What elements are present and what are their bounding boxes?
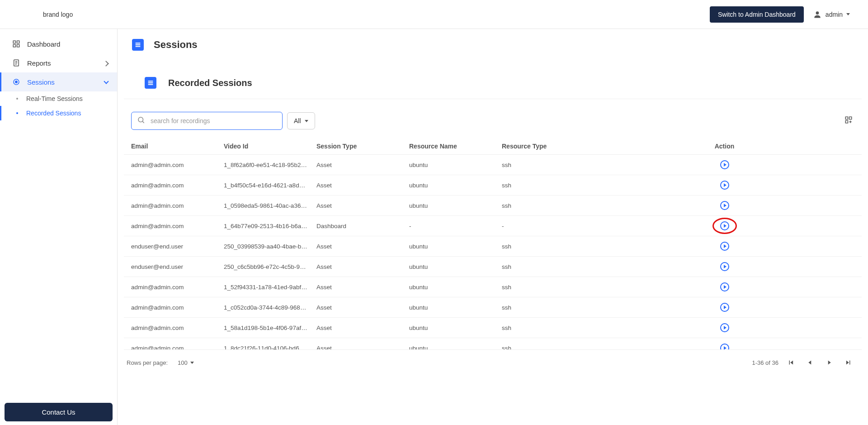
- cell-video-id: 250_03998539-aa40-4bae-bacf-...: [224, 243, 316, 250]
- cell-email: admin@admin.com: [131, 202, 224, 209]
- cell-resource-name: ubuntu: [409, 182, 502, 189]
- th-resource-name: Resource Name: [409, 143, 502, 150]
- cell-resource-name: ubuntu: [409, 325, 502, 331]
- sessions-table: Email Video Id Session Type Resource Nam…: [124, 138, 862, 349]
- cell-session-type: Asset: [316, 284, 409, 291]
- topbar-right: Switch to Admin Dashboard admin: [710, 6, 850, 23]
- cell-email: admin@admin.com: [131, 304, 224, 311]
- main-content: Sessions Recorded Sessions: [118, 29, 868, 425]
- cell-resource-type: ssh: [502, 243, 594, 250]
- cell-video-id: 1_58a1d198-5b1e-4f06-97af-8843...: [224, 325, 316, 331]
- recorded-sessions-card: Recorded Sessions All: [124, 67, 862, 372]
- sidebar-item-sessions[interactable]: Sessions: [0, 72, 117, 91]
- section-header: Recorded Sessions: [124, 67, 862, 99]
- table-row: admin@admin.com1_b4f50c54-e16d-4621-a8d2…: [124, 175, 862, 196]
- cell-session-type: Asset: [316, 263, 409, 270]
- grid-view-button[interactable]: [843, 114, 854, 128]
- table-row: enduser@end.user250_c6c5bb96-e72c-4c5b-9…: [124, 257, 862, 277]
- play-button[interactable]: [720, 201, 729, 210]
- table-header: Email Video Id Session Type Resource Nam…: [124, 138, 862, 155]
- cell-email: admin@admin.com: [131, 325, 224, 331]
- caret-down-icon: [190, 362, 194, 364]
- sidebar-item-reports[interactable]: Reports: [0, 53, 117, 72]
- table-row: admin@admin.com1_58a1d198-5b1e-4f06-97af…: [124, 318, 862, 338]
- grid-icon: [12, 40, 21, 48]
- cell-video-id: 1_52f94331-1a78-41ed-9abf-2aa18...: [224, 284, 316, 291]
- rows-per-page-select[interactable]: 100: [174, 359, 194, 366]
- filter-dropdown[interactable]: All: [287, 112, 315, 129]
- cell-resource-type: ssh: [502, 284, 594, 291]
- cell-resource-type: ssh: [502, 162, 594, 168]
- cell-action: [594, 303, 854, 312]
- play-button[interactable]: [720, 221, 729, 230]
- play-button[interactable]: [720, 344, 729, 349]
- contact-us-button[interactable]: Contact Us: [5, 403, 113, 421]
- pagination-last-button[interactable]: [842, 356, 854, 369]
- play-button[interactable]: [720, 160, 729, 169]
- cell-email: admin@admin.com: [131, 162, 224, 168]
- cell-video-id: 1_c052cd0a-3744-4c89-9681-db...: [224, 304, 316, 311]
- search-box[interactable]: [131, 112, 283, 130]
- cell-action: [594, 282, 854, 291]
- pagination-first-button[interactable]: [785, 356, 797, 369]
- pagination-next-button[interactable]: [823, 356, 835, 369]
- cell-session-type: Asset: [316, 243, 409, 250]
- cell-video-id: 1_b4f50c54-e16d-4621-a8d2-585...: [224, 182, 316, 189]
- cell-video-id: 1_64b77e09-2513-4b16-b6ac-ede...: [224, 223, 316, 229]
- play-button[interactable]: [720, 282, 729, 291]
- sidebar-subitem-realtime[interactable]: Real-Time Sessions: [0, 91, 117, 106]
- th-email: Email: [131, 143, 224, 150]
- chevron-right-icon: [104, 59, 108, 67]
- play-button[interactable]: [720, 303, 729, 312]
- document-icon: [12, 59, 21, 67]
- play-button[interactable]: [720, 262, 729, 271]
- play-button[interactable]: [720, 181, 729, 190]
- table-row: admin@admin.com1_64b77e09-2513-4b16-b6ac…: [124, 216, 862, 236]
- th-action: Action: [594, 143, 854, 150]
- cell-resource-name: ubuntu: [409, 304, 502, 311]
- caret-down-icon: [846, 13, 850, 15]
- search-icon: [137, 116, 145, 126]
- cell-resource-type: -: [502, 223, 594, 229]
- table-row: admin@admin.com1_c052cd0a-3744-4c89-9681…: [124, 297, 862, 318]
- th-resource-type: Resource Type: [502, 143, 594, 150]
- play-button[interactable]: [720, 323, 729, 332]
- search-input[interactable]: [151, 117, 277, 124]
- cell-video-id: 250_c6c5bb96-e72c-4c5b-92d0...: [224, 263, 316, 270]
- th-video-id: Video Id: [224, 143, 316, 150]
- sidebar-subitem-label: Recorded Sessions: [26, 110, 81, 117]
- pagination: Rows per page: 100 1-36 of 36: [124, 349, 862, 372]
- brand-logo: brand logo: [43, 11, 73, 18]
- cell-resource-type: ssh: [502, 345, 594, 350]
- pagination-range: 1-36 of 36: [752, 359, 778, 366]
- sidebar-subitem-recorded[interactable]: Recorded Sessions: [0, 106, 117, 120]
- rows-per-page-label: Rows per page:: [127, 359, 168, 366]
- cell-resource-name: ubuntu: [409, 202, 502, 209]
- cell-resource-type: ssh: [502, 304, 594, 311]
- cell-action: [594, 323, 854, 332]
- svg-rect-14: [148, 81, 153, 81]
- svg-rect-15: [148, 82, 153, 83]
- play-button[interactable]: [720, 242, 729, 251]
- table-row: admin@admin.com1_0598eda5-9861-40ac-a366…: [124, 196, 862, 216]
- svg-point-17: [138, 117, 143, 122]
- controls-bar: All: [124, 99, 862, 138]
- sidebar-item-dashboard[interactable]: Dashboard: [0, 34, 117, 53]
- svg-point-0: [816, 11, 819, 14]
- cell-session-type: Asset: [316, 345, 409, 350]
- switch-admin-button[interactable]: Switch to Admin Dashboard: [710, 6, 804, 23]
- topbar: brand logo Switch to Admin Dashboard adm…: [0, 0, 868, 29]
- record-icon: [12, 78, 21, 86]
- cell-action: [594, 201, 854, 210]
- cell-resource-name: ubuntu: [409, 162, 502, 168]
- user-menu[interactable]: admin: [813, 10, 850, 19]
- cell-video-id: 1_8dc21f26-11d0-4106-bd65-4279...: [224, 345, 316, 350]
- cell-action: [594, 262, 854, 271]
- cell-email: admin@admin.com: [131, 284, 224, 291]
- section-icon: [145, 77, 156, 89]
- filter-label: All: [294, 117, 301, 124]
- table-row: admin@admin.com1_8f62a6f0-ee51-4c18-95b2…: [124, 155, 862, 175]
- cell-resource-name: ubuntu: [409, 263, 502, 270]
- pagination-prev-button[interactable]: [804, 356, 816, 369]
- cell-resource-type: ssh: [502, 325, 594, 331]
